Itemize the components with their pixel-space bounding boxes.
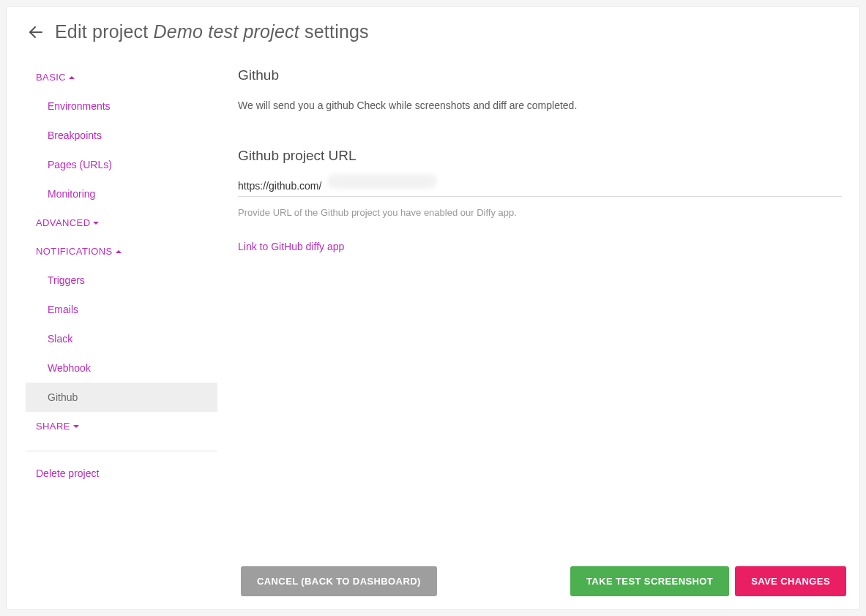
sidebar-section-label: NOTIFICATIONS <box>36 246 113 257</box>
sidebar-section-label: ADVANCED <box>36 217 90 228</box>
github-url-hint: Provide URL of the Github project you ha… <box>238 207 842 218</box>
settings-sidebar: BASIC Environments Breakpoints Pages (UR… <box>26 63 217 488</box>
sidebar-item-triggers[interactable]: Triggers <box>26 266 217 295</box>
sidebar-section-advanced[interactable]: ADVANCED <box>26 209 217 237</box>
sidebar-section-basic[interactable]: BASIC <box>26 63 217 91</box>
back-arrow-icon[interactable] <box>27 23 45 41</box>
project-name: Demo test project <box>154 21 299 42</box>
sidebar-section-share[interactable]: SHARE <box>26 412 217 440</box>
footer-actions: CANCEL (BACK TO DASHBOARD) TAKE TEST SCR… <box>241 566 846 596</box>
github-diffy-app-link[interactable]: Link to GitHub diffy app <box>238 241 344 252</box>
main-panel: Github We will send you a github Check w… <box>238 63 848 488</box>
sidebar-item-webhook[interactable]: Webhook <box>26 353 217 383</box>
sidebar-item-environments[interactable]: Environments <box>26 91 217 121</box>
take-test-screenshot-button[interactable]: TAKE TEST SCREENSHOT <box>570 566 729 596</box>
title-prefix: Edit project <box>55 21 154 42</box>
sidebar-item-pages[interactable]: Pages (URLs) <box>26 150 217 179</box>
cancel-button[interactable]: CANCEL (BACK TO DASHBOARD) <box>241 566 437 596</box>
page-header: Edit project Demo test project settings <box>18 21 848 42</box>
settings-card: Edit project Demo test project settings … <box>6 6 860 610</box>
sidebar-divider <box>26 451 217 451</box>
sidebar-item-monitoring[interactable]: Monitoring <box>26 179 217 209</box>
delete-project-link[interactable]: Delete project <box>26 459 217 488</box>
caret-up-icon <box>69 76 75 79</box>
sidebar-item-breakpoints[interactable]: Breakpoints <box>26 121 217 150</box>
sidebar-item-slack[interactable]: Slack <box>26 324 217 353</box>
section-description: We will send you a github Check while sc… <box>238 99 842 111</box>
title-suffix: settings <box>299 21 369 42</box>
section-title: Github <box>238 67 842 83</box>
sidebar-item-github[interactable]: Github <box>26 383 217 412</box>
save-changes-button[interactable]: SAVE CHANGES <box>735 566 846 596</box>
sidebar-item-emails[interactable]: Emails <box>26 295 217 324</box>
sidebar-section-notifications[interactable]: NOTIFICATIONS <box>26 237 217 266</box>
sidebar-section-label: BASIC <box>36 72 66 83</box>
layout: BASIC Environments Breakpoints Pages (UR… <box>18 63 848 488</box>
redacted-overlay <box>327 174 437 189</box>
sidebar-section-label: SHARE <box>36 421 70 432</box>
caret-down-icon <box>93 222 99 225</box>
caret-down-icon <box>73 425 79 428</box>
github-url-label: Github project URL <box>238 148 842 164</box>
page-title: Edit project Demo test project settings <box>55 21 369 42</box>
github-url-field-wrap <box>238 176 842 197</box>
caret-up-icon <box>116 250 122 253</box>
